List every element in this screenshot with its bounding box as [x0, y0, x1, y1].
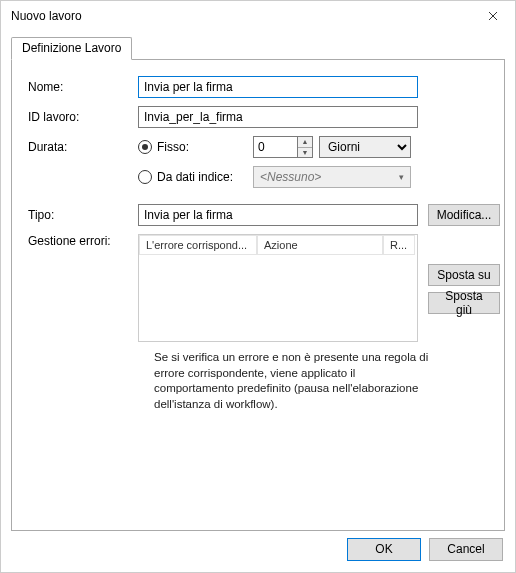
tabstrip: Definizione Lavoro — [11, 37, 505, 59]
label-gestione-errori: Gestione errori: — [28, 234, 138, 248]
cancel-button[interactable]: Cancel — [429, 538, 503, 561]
error-move-buttons: Sposta su Sposta giù — [428, 234, 500, 342]
id-lavoro-input[interactable] — [138, 106, 418, 128]
nome-input[interactable] — [138, 76, 418, 98]
modifica-button[interactable]: Modifica... — [428, 204, 500, 226]
error-note: Se si verifica un errore e non è present… — [154, 350, 434, 412]
row-gestione-errori: Gestione errori: L'errore corrispond... … — [28, 234, 492, 342]
durata-spinner[interactable]: ▲ ▼ — [253, 136, 313, 158]
chevron-down-icon[interactable]: ▼ — [298, 148, 312, 158]
spinner-buttons[interactable]: ▲ ▼ — [297, 136, 313, 158]
error-grid-header: L'errore corrispond... Azione R... — [139, 235, 417, 255]
titlebar: Nuovo lavoro — [1, 1, 515, 31]
radio-fisso-label: Fisso: — [157, 140, 189, 154]
durata-units-select[interactable]: Giorni — [319, 136, 411, 158]
indice-select: <Nessuno> ▾ — [253, 166, 411, 188]
row-tipo: Tipo: Modifica... — [28, 204, 492, 226]
row-nome: Nome: — [28, 76, 492, 98]
col-r[interactable]: R... — [383, 235, 415, 255]
label-nome: Nome: — [28, 80, 138, 94]
dialog-footer: OK Cancel — [1, 529, 515, 569]
window-title: Nuovo lavoro — [11, 9, 82, 23]
ok-label: OK — [375, 542, 392, 556]
radio-da-dati-indice[interactable]: Da dati indice: — [138, 170, 253, 184]
ok-button[interactable]: OK — [347, 538, 421, 561]
row-durata-indice: Da dati indice: <Nessuno> ▾ — [28, 166, 492, 188]
sposta-giu-button[interactable]: Sposta giù — [428, 292, 500, 314]
radio-icon — [138, 140, 152, 154]
tipo-display — [138, 204, 418, 226]
chevron-down-icon: ▾ — [399, 172, 404, 182]
label-tipo: Tipo: — [28, 208, 138, 222]
error-rules-grid[interactable]: L'errore corrispond... Azione R... — [138, 234, 418, 342]
col-errore-corrisponde[interactable]: L'errore corrispond... — [139, 235, 257, 255]
dialog-content: Definizione Lavoro Nome: ID lavoro: Dura… — [1, 31, 515, 529]
durata-value-input[interactable] — [253, 136, 297, 158]
label-durata: Durata: — [28, 140, 138, 154]
tab-panel: Nome: ID lavoro: Durata: Fisso: — [11, 59, 505, 531]
row-durata-fisso: Durata: Fisso: ▲ ▼ Giorni — [28, 136, 492, 158]
sposta-su-button[interactable]: Sposta su — [428, 264, 500, 286]
tab-definizione-lavoro[interactable]: Definizione Lavoro — [11, 37, 132, 60]
radio-fisso[interactable]: Fisso: — [138, 140, 253, 154]
modifica-label: Modifica... — [437, 208, 492, 222]
sposta-su-label: Sposta su — [437, 268, 490, 282]
tab-label: Definizione Lavoro — [22, 41, 121, 55]
close-icon[interactable] — [473, 2, 513, 30]
chevron-up-icon[interactable]: ▲ — [298, 137, 312, 148]
col-azione[interactable]: Azione — [257, 235, 383, 255]
label-id: ID lavoro: — [28, 110, 138, 124]
radio-icon — [138, 170, 152, 184]
sposta-giu-label: Sposta giù — [437, 289, 491, 317]
radio-da-dati-label: Da dati indice: — [157, 170, 233, 184]
cancel-label: Cancel — [447, 542, 484, 556]
indice-placeholder: <Nessuno> — [260, 170, 321, 184]
row-id: ID lavoro: — [28, 106, 492, 128]
